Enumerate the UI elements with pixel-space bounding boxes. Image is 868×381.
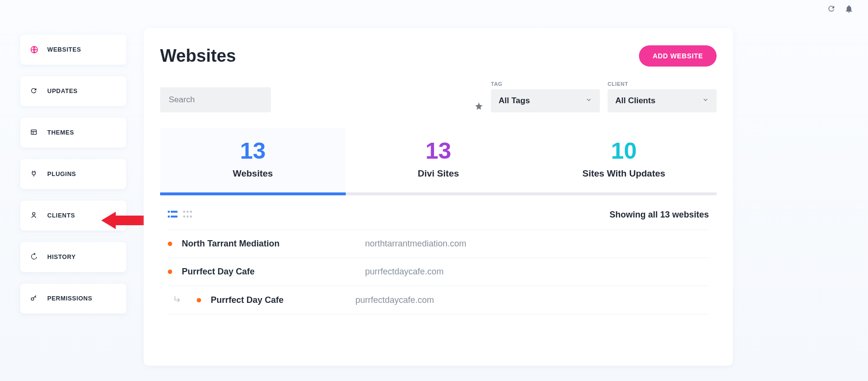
svg-rect-10	[183, 211, 185, 213]
annotation-arrow-icon	[101, 210, 146, 231]
site-row[interactable]: Purrfect Day Cafe purrfectdaycafe.com	[168, 286, 709, 314]
stat-value: 13	[346, 139, 531, 163]
stat-label: Divi Sites	[346, 168, 531, 179]
favorite-filter-icon[interactable]	[475, 102, 483, 112]
page-title: Websites	[160, 46, 236, 66]
sidebar-label: THEMES	[47, 129, 74, 136]
client-filter-label: CLIENT	[608, 81, 717, 87]
chevron-down-icon	[585, 96, 592, 106]
sidebar-label: CLIENTS	[47, 212, 75, 219]
plug-icon	[30, 170, 39, 178]
status-dot-icon	[197, 298, 201, 302]
status-dot-icon	[168, 242, 172, 246]
stat-tab-updates[interactable]: 10 Sites With Updates	[531, 128, 717, 192]
sidebar: WEBSITES UPDATES THEMES PLUGINS CLIENTS …	[20, 35, 126, 313]
globe-icon	[30, 45, 39, 54]
stat-value: 10	[531, 139, 717, 163]
sidebar-item-history[interactable]: HISTORY	[20, 242, 126, 272]
status-dot-icon	[168, 270, 172, 274]
stat-label: Websites	[160, 168, 346, 179]
subdirectory-arrow-icon	[168, 295, 187, 305]
sidebar-item-updates[interactable]: UPDATES	[20, 76, 126, 106]
site-url: northtarrantmediation.com	[365, 239, 466, 249]
sidebar-item-plugins[interactable]: PLUGINS	[20, 159, 126, 189]
grid-view-icon[interactable]	[183, 211, 192, 219]
sidebar-label: PERMISSIONS	[47, 295, 92, 302]
stat-value: 13	[160, 139, 346, 163]
site-name: Purrfect Day Cafe	[182, 267, 355, 277]
search-input[interactable]	[160, 87, 271, 112]
site-url: purrfectdaycafe.com	[365, 267, 444, 277]
refresh-icon	[30, 87, 39, 95]
list-view-icon[interactable]	[168, 211, 177, 219]
svg-rect-7	[171, 211, 177, 213]
svg-point-5	[31, 298, 34, 300]
svg-point-4	[32, 213, 35, 215]
tag-filter-select[interactable]: All Tags	[491, 89, 600, 112]
site-name: North Tarrant Mediation	[182, 239, 355, 249]
add-website-button[interactable]: ADD WEBSITE	[639, 45, 717, 67]
layout-icon	[30, 128, 39, 137]
sidebar-label: WEBSITES	[47, 46, 81, 53]
showing-count: Showing all 13 websites	[610, 210, 709, 220]
svg-rect-15	[190, 216, 192, 218]
stat-tab-websites[interactable]: 13 Websites	[160, 128, 346, 192]
key-icon	[30, 294, 39, 303]
site-url: purrfectdaycafe.com	[355, 295, 434, 305]
svg-rect-14	[187, 216, 189, 218]
client-filter-select[interactable]: All Clients	[608, 89, 717, 112]
site-row[interactable]: North Tarrant Mediation northtarrantmedi…	[168, 230, 709, 258]
svg-rect-13	[183, 216, 185, 218]
sidebar-label: UPDATES	[47, 88, 78, 95]
bell-icon[interactable]	[844, 4, 854, 15]
svg-rect-8	[168, 216, 170, 218]
client-filter-value: All Clients	[615, 96, 655, 106]
site-name: Purrfect Day Cafe	[211, 295, 346, 305]
chevron-down-icon	[702, 96, 709, 106]
sidebar-item-permissions[interactable]: PERMISSIONS	[20, 284, 126, 313]
stat-tab-divi-sites[interactable]: 13 Divi Sites	[346, 128, 531, 192]
sidebar-label: HISTORY	[47, 254, 76, 260]
svg-rect-9	[171, 216, 177, 218]
history-icon	[30, 253, 39, 261]
refresh-icon[interactable]	[827, 4, 836, 15]
stat-label: Sites With Updates	[531, 168, 717, 179]
user-icon	[30, 211, 39, 220]
svg-rect-12	[190, 211, 192, 213]
svg-rect-11	[187, 211, 189, 213]
sidebar-label: PLUGINS	[47, 171, 76, 177]
main-panel: Websites ADD WEBSITE TAG All Tags CLIENT…	[144, 28, 733, 366]
svg-rect-6	[168, 211, 170, 213]
tag-filter-label: TAG	[491, 81, 600, 87]
tag-filter-value: All Tags	[499, 96, 530, 106]
sidebar-item-websites[interactable]: WEBSITES	[20, 35, 126, 65]
svg-rect-1	[31, 130, 37, 134]
site-row[interactable]: Purrfect Day Cafe purrfectdaycafe.com	[168, 258, 709, 286]
sidebar-item-themes[interactable]: THEMES	[20, 118, 126, 148]
